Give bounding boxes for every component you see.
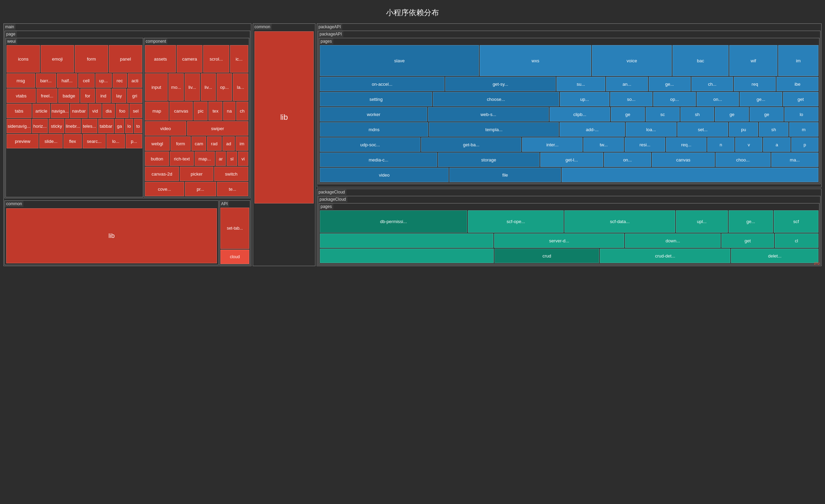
weui-lo[interactable]: lo [125,119,133,133]
api-a[interactable]: a [763,137,790,152]
api-canvas[interactable]: canvas [652,153,715,167]
comp-tex[interactable]: tex [208,102,222,120]
common-main-lib[interactable]: lib [6,208,217,263]
api-on-accel[interactable]: on-accel... [320,77,445,91]
weui-searc[interactable]: searc... [83,134,106,148]
comp-pic[interactable]: pic [194,102,208,120]
comp-liv1[interactable]: liv... [185,73,200,101]
api-op[interactable]: op... [653,92,696,106]
comp-map2[interactable]: map... [195,151,215,166]
weui-barr[interactable]: barr... [36,73,56,88]
api-ge2[interactable]: ge... [740,92,782,106]
api-p[interactable]: p [791,137,818,152]
api-udp-soc[interactable]: udp-soc... [320,137,420,152]
api-ibe[interactable]: ibe [776,77,818,91]
api-sc[interactable]: sc [646,107,680,122]
weui-acti[interactable]: acti [128,73,142,88]
comp-rad[interactable]: rad [207,136,222,151]
api-storage[interactable]: storage [438,153,540,167]
weui-for[interactable]: for [80,88,95,103]
comp-vi[interactable]: vi [238,151,248,166]
weui-linebr[interactable]: linebr... [65,119,81,133]
api-an[interactable]: an... [606,77,648,91]
api-n[interactable]: n [707,137,734,152]
comp-na[interactable]: na [223,102,235,120]
api-media-c[interactable]: media-c... [320,153,437,167]
comp-ch[interactable]: ch [236,102,248,120]
weui-form[interactable]: form [75,45,108,73]
weui-tabbar[interactable]: tabbar [98,119,114,133]
comp-canvas-2d[interactable]: canvas-2d [145,167,179,181]
weui-half[interactable]: half... [57,73,77,88]
weui-cell[interactable]: cell [78,73,95,88]
api-templa[interactable]: templa... [429,122,559,137]
comp-pr[interactable]: pr... [185,182,216,196]
comp-ic[interactable]: ic... [230,45,248,73]
weui-panel[interactable]: panel [109,45,142,73]
weui-emoji[interactable]: emoji [41,45,74,73]
weui-gri[interactable]: gri [127,88,142,103]
api-get-sy[interactable]: get-sy... [445,77,556,91]
cloud-scf[interactable]: scf [774,210,818,233]
weui-dia[interactable]: dia [102,104,115,118]
cloud-down[interactable]: down... [625,233,721,248]
comp-input[interactable]: input [145,73,168,101]
api-get-ba[interactable]: get-ba... [421,137,522,152]
comp-camera[interactable]: camera [177,45,202,73]
api-req[interactable]: req [734,77,776,91]
api-file[interactable]: file [449,168,561,182]
api-on[interactable]: on... [697,92,739,106]
api-get[interactable]: get [783,92,818,106]
weui-slide[interactable]: slide... [39,134,62,148]
api-web-s[interactable]: web-s... [428,107,549,122]
cloud-cl[interactable]: cl [775,233,818,248]
api-tw[interactable]: tw... [583,137,624,152]
api-req2[interactable]: req... [666,137,707,152]
api-on2[interactable]: on... [604,153,651,167]
cloud-crud[interactable]: crud [494,249,599,263]
weui-badge[interactable]: badge [58,88,79,103]
api-im[interactable]: im [778,45,818,76]
weui-msg[interactable]: msg [7,73,35,88]
api-video[interactable]: video [320,168,449,182]
weui-up[interactable]: up... [95,73,112,88]
api-slave[interactable]: slave [320,45,479,76]
api-ma[interactable]: ma... [771,153,818,167]
comp-mo[interactable]: mo... [168,73,184,101]
comp-assets[interactable]: assets [145,45,176,73]
comp-sl[interactable]: sl [227,151,237,166]
cloud-get[interactable]: get [721,233,774,248]
comp-button[interactable]: button [145,151,169,166]
weui-ga[interactable]: ga [115,119,124,133]
api-voice[interactable]: voice [592,45,672,76]
comp-scrol[interactable]: scrol... [203,45,229,73]
weui-flex[interactable]: flex [63,134,82,148]
weui-preview[interactable]: preview [7,134,39,148]
cloud-scf-data[interactable]: scf-data... [564,210,675,233]
cloud-upl[interactable]: upl... [676,210,728,233]
weui-teles[interactable]: teles... [82,119,97,133]
comp-cam[interactable]: cam [191,136,206,151]
api-sh2[interactable]: sh [759,122,788,137]
weui-icons[interactable]: icons [7,45,40,73]
comp-ad[interactable]: ad [222,136,235,151]
weui-foo[interactable]: foo [116,104,128,118]
cloud-scf-ope[interactable]: scf-ope... [468,210,564,233]
comp-liv2[interactable]: liv... [201,73,216,101]
api-v[interactable]: v [735,137,762,152]
weui-lay[interactable]: lay [112,88,127,103]
comp-op[interactable]: op... [217,73,232,101]
comp-switch[interactable]: switch [214,167,248,181]
comp-video[interactable]: video [145,121,186,136]
comp-canvas[interactable]: canvas [169,102,193,120]
api-set-tab[interactable]: set-tab... [220,208,249,249]
api-add[interactable]: add-... [560,122,625,137]
weui-sticky[interactable]: sticky [49,119,64,133]
api-clipb[interactable]: clipb... [550,107,610,122]
api-ge3[interactable]: ge [611,107,645,122]
api-inter[interactable]: inter... [522,137,583,152]
api-wif[interactable]: wif [729,45,777,76]
api-ch[interactable]: ch... [691,77,733,91]
api-sh[interactable]: sh [680,107,714,122]
comp-cove[interactable]: cove... [145,182,184,196]
